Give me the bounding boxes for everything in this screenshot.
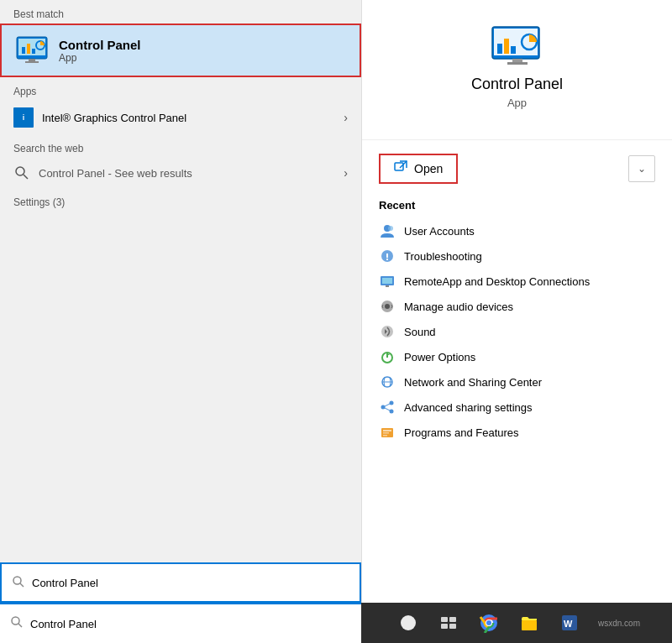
app-header: Control Panel App [362, 0, 672, 140]
svg-point-9 [16, 167, 24, 175]
svg-point-56 [486, 620, 491, 625]
open-icon [394, 160, 407, 177]
svg-point-32 [385, 304, 390, 309]
network-label: Network and Sharing Center [404, 376, 542, 389]
svg-point-38 [390, 401, 394, 405]
list-item[interactable]: Advanced sharing settings [379, 395, 655, 420]
chevron-down-icon: ⌄ [638, 163, 646, 175]
svg-rect-15 [497, 44, 502, 54]
remoteapp-label: RemoteApp and Desktop Connections [404, 275, 590, 288]
programs-icon [379, 424, 396, 441]
network-icon [379, 374, 396, 390]
user-accounts-label: User Accounts [404, 225, 475, 238]
svg-text:W: W [564, 619, 573, 629]
svg-line-47 [18, 624, 22, 627]
best-match-text: Control Panel App [59, 38, 141, 64]
taskbar-search-icon [10, 615, 24, 632]
taskbar-icons: W wsxdn.com [361, 603, 672, 643]
arrow-right-icon: › [344, 111, 348, 124]
sharing-icon [379, 399, 396, 416]
troubleshooting-icon [379, 248, 396, 264]
svg-line-40 [385, 404, 390, 406]
open-label: Open [414, 162, 443, 175]
svg-rect-49 [441, 617, 448, 622]
settings-label: Settings (3) [0, 188, 361, 212]
svg-rect-7 [29, 59, 35, 61]
svg-point-48 [401, 615, 416, 630]
search-bar-text: Control Panel [32, 577, 98, 589]
svg-rect-19 [512, 59, 522, 62]
svg-rect-5 [32, 49, 35, 54]
svg-point-39 [390, 410, 394, 414]
web-search-item[interactable]: Control Panel - See web results › [0, 158, 361, 188]
svg-rect-4 [27, 44, 30, 54]
intel-graphics-item[interactable]: i Intel® Graphics Control Panel › [0, 101, 361, 134]
expand-button[interactable]: ⌄ [628, 155, 655, 182]
sound-icon [379, 323, 396, 340]
search-results-panel: Best match [0, 0, 361, 603]
list-item[interactable]: Manage audio devices [379, 294, 655, 319]
intel-app-label: Intel® Graphics Control Panel [42, 112, 186, 124]
best-match-title: Control Panel [59, 38, 141, 52]
svg-rect-50 [449, 617, 456, 622]
recent-section: Recent User Accounts [362, 191, 672, 453]
list-item[interactable]: Troubleshooting [379, 243, 655, 269]
best-match-control-panel[interactable]: Control Panel App [0, 24, 361, 77]
svg-rect-29 [382, 278, 392, 284]
list-item[interactable]: Programs and Features [379, 420, 655, 445]
sound-label: Sound [404, 326, 436, 338]
taskbar: Control Panel [0, 603, 672, 643]
power-icon [379, 348, 396, 365]
audio-icon [379, 298, 396, 315]
wsxdn-label: wsxdn.com [598, 619, 640, 628]
svg-rect-8 [25, 61, 39, 63]
web-search-text: Control Panel - See web results [39, 167, 192, 180]
list-item[interactable]: User Accounts [379, 218, 655, 243]
remoteapp-icon [379, 273, 396, 290]
taskbar-search[interactable]: Control Panel [0, 603, 361, 643]
svg-rect-20 [507, 62, 528, 65]
best-match-subtitle: App [59, 52, 141, 64]
svg-line-41 [385, 408, 390, 410]
svg-rect-27 [386, 259, 388, 260]
svg-rect-44 [383, 432, 389, 434]
svg-rect-57 [522, 620, 537, 630]
svg-rect-43 [383, 430, 391, 431]
right-app-type: App [507, 97, 527, 109]
intel-icon: i [13, 107, 34, 128]
svg-rect-3 [22, 47, 25, 54]
list-item[interactable]: RemoteApp and Desktop Connections [379, 269, 655, 294]
svg-point-24 [388, 226, 393, 231]
recent-label: Recent [379, 199, 655, 212]
programs-label: Programs and Features [404, 426, 519, 439]
file-explorer-icon[interactable] [514, 608, 544, 638]
list-item[interactable]: Power Options [379, 344, 655, 369]
list-item[interactable]: Sound [379, 319, 655, 344]
svg-rect-17 [511, 46, 516, 54]
list-item[interactable]: Network and Sharing Center [379, 369, 655, 395]
app-detail-panel: Control Panel App Open ⌄ Recent [361, 0, 672, 603]
svg-line-10 [24, 175, 28, 179]
chrome-icon[interactable] [474, 608, 504, 638]
control-panel-icon [15, 34, 49, 67]
word-icon[interactable]: W [554, 608, 585, 638]
svg-rect-52 [449, 624, 456, 629]
power-label: Power Options [404, 351, 475, 363]
open-button[interactable]: Open [379, 154, 458, 184]
svg-point-37 [381, 405, 386, 410]
troubleshooting-label: Troubleshooting [404, 250, 482, 263]
svg-rect-51 [441, 624, 448, 629]
action-buttons-row: Open ⌄ [362, 154, 672, 184]
search-web-icon [13, 165, 30, 181]
taskbar-search-bar[interactable]: Control Panel [0, 562, 361, 603]
svg-rect-45 [383, 435, 387, 437]
svg-point-46 [12, 617, 19, 625]
web-arrow-icon: › [344, 166, 348, 180]
task-view-button[interactable] [433, 608, 464, 638]
best-match-label: Best match [0, 0, 361, 24]
start-button[interactable] [393, 608, 423, 638]
apps-label: Apps [0, 77, 361, 101]
svg-point-11 [13, 577, 21, 584]
taskbar-search-text: Control Panel [30, 618, 97, 630]
search-bar-icon [12, 575, 25, 591]
